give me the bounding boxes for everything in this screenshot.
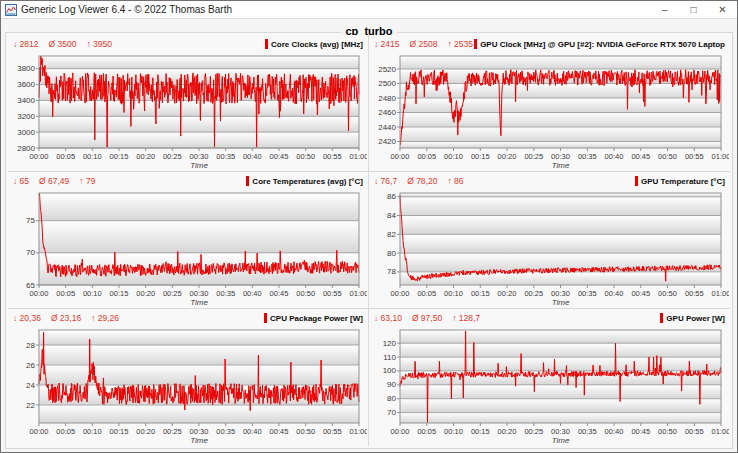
svg-text:00:05: 00:05 — [56, 152, 75, 161]
maximize-button[interactable]: □ — [679, 1, 708, 18]
log-groupbox: cp_turbo ↓ 2812 Ø 3500 ↑ 3950 Core Clock… — [5, 32, 733, 449]
svg-text:00:30: 00:30 — [190, 427, 209, 436]
chart-canvas: 24202440246024802500252000:0000:0500:100… — [370, 52, 729, 170]
stat-max: ↑ 29,26 — [91, 313, 119, 323]
svg-text:00:25: 00:25 — [524, 427, 543, 436]
stat-min: ↓ 20,36 — [13, 313, 41, 323]
stat-max: ↑ 2535 — [447, 39, 473, 49]
svg-text:00:25: 00:25 — [163, 289, 182, 298]
svg-text:3800: 3800 — [17, 64, 35, 73]
svg-text:00:20: 00:20 — [498, 427, 517, 436]
legend-color-marker — [265, 39, 268, 49]
chart-canvas: 28003000320034003600380000:0000:0500:100… — [9, 52, 367, 170]
svg-text:00:20: 00:20 — [136, 152, 155, 161]
svg-text:00:15: 00:15 — [471, 152, 490, 161]
chart-plot-area[interactable]: 788082848600:0000:0500:1000:1500:2000:25… — [370, 189, 729, 307]
svg-text:70: 70 — [26, 248, 35, 257]
svg-text:00:25: 00:25 — [163, 427, 182, 436]
legend-color-marker — [660, 313, 663, 323]
chart-panel-core-temperatures: ↓ 65 Ø 67,49 ↑ 79 Core Temperatures (avg… — [8, 172, 369, 309]
stat-max: ↑ 86 — [447, 176, 463, 186]
svg-text:00:40: 00:40 — [605, 427, 624, 436]
svg-text:00:00: 00:00 — [391, 152, 410, 161]
svg-text:01:00: 01:00 — [712, 152, 729, 161]
svg-text:00:50: 00:50 — [296, 289, 315, 298]
svg-text:00:55: 00:55 — [323, 289, 342, 298]
chart-title-text: GPU Clock [MHz] @ GPU [#2]: NVIDIA GeFor… — [480, 40, 725, 49]
svg-text:110: 110 — [383, 353, 396, 362]
svg-text:00:05: 00:05 — [56, 289, 75, 298]
chart-plot-area[interactable]: 70809010011012000:0000:0500:1000:1500:20… — [370, 326, 729, 445]
svg-text:00:45: 00:45 — [270, 289, 289, 298]
svg-text:90: 90 — [387, 380, 396, 389]
svg-text:01:00: 01:00 — [712, 289, 729, 298]
svg-text:00:50: 00:50 — [658, 427, 677, 436]
chart-plot-area[interactable]: 2224262800:0000:0500:1000:1500:2000:2500… — [9, 326, 367, 445]
svg-text:Time: Time — [190, 298, 208, 307]
stat-min: ↓ 76,7 — [374, 176, 397, 186]
stat-min: ↓ 65 — [13, 176, 29, 186]
close-button[interactable]: ✕ — [708, 1, 737, 18]
svg-text:00:15: 00:15 — [110, 427, 129, 436]
svg-text:Time: Time — [190, 436, 208, 445]
svg-text:28: 28 — [26, 341, 35, 350]
svg-text:26: 26 — [26, 361, 35, 370]
chart-stats: ↓ 2415 Ø 2508 ↑ 2535 — [374, 39, 473, 49]
svg-text:22: 22 — [26, 401, 35, 410]
svg-text:00:20: 00:20 — [136, 427, 155, 436]
chart-stats: ↓ 63,10 Ø 97,50 ↑ 128,7 — [374, 313, 480, 323]
svg-text:3200: 3200 — [17, 112, 35, 121]
svg-text:01:00: 01:00 — [350, 152, 367, 161]
chart-title: CPU Package Power [W] — [264, 313, 363, 323]
svg-text:00:50: 00:50 — [296, 152, 315, 161]
svg-text:70: 70 — [387, 408, 396, 417]
window-title: Generic Log Viewer 6.4 - © 2022 Thomas B… — [21, 4, 650, 15]
chart-title: GPU Temperature [°C] — [635, 176, 725, 186]
stat-avg: Ø 78,20 — [407, 176, 437, 186]
chart-title: GPU Power [W] — [660, 313, 725, 323]
stat-avg: Ø 97,50 — [412, 313, 442, 323]
chart-title-text: GPU Temperature [°C] — [641, 177, 725, 186]
svg-text:00:15: 00:15 — [471, 427, 490, 436]
stat-avg: Ø 67,49 — [39, 176, 69, 186]
chart-plot-area[interactable]: 28003000320034003600380000:0000:0500:100… — [9, 52, 367, 170]
svg-text:00:55: 00:55 — [323, 152, 342, 161]
svg-text:00:00: 00:00 — [30, 427, 49, 436]
chart-stats: ↓ 20,36 Ø 23,16 ↑ 29,26 — [13, 313, 119, 323]
svg-text:00:40: 00:40 — [605, 152, 624, 161]
chart-panel-gpu-temperature: ↓ 76,7 Ø 78,20 ↑ 86 GPU Temperature [°C]… — [369, 172, 730, 309]
svg-text:24: 24 — [26, 381, 35, 390]
chart-plot-area[interactable]: 24202440246024802500252000:0000:0500:100… — [370, 52, 729, 170]
chart-plot-area[interactable]: 65707500:0000:0500:1000:1500:2000:2500:3… — [9, 189, 367, 307]
svg-text:00:25: 00:25 — [524, 289, 543, 298]
svg-text:00:45: 00:45 — [631, 289, 650, 298]
svg-text:00:30: 00:30 — [551, 289, 570, 298]
main-content: cp_turbo ↓ 2812 Ø 3500 ↑ 3950 Core Clock… — [1, 20, 737, 452]
svg-text:2500: 2500 — [378, 79, 396, 88]
svg-text:00:30: 00:30 — [551, 427, 570, 436]
svg-text:00:20: 00:20 — [498, 152, 517, 161]
svg-text:00:45: 00:45 — [631, 427, 650, 436]
svg-text:2520: 2520 — [378, 65, 396, 74]
svg-text:Time: Time — [552, 436, 570, 445]
svg-text:00:40: 00:40 — [605, 289, 624, 298]
svg-text:00:40: 00:40 — [243, 427, 262, 436]
svg-text:00:15: 00:15 — [110, 152, 129, 161]
window-controls: – □ ✕ — [650, 1, 737, 18]
titlebar[interactable]: Generic Log Viewer 6.4 - © 2022 Thomas B… — [1, 1, 737, 19]
app-icon — [5, 4, 17, 16]
svg-text:00:55: 00:55 — [685, 152, 704, 161]
stat-min: ↓ 63,10 — [374, 313, 402, 323]
svg-text:00:30: 00:30 — [190, 152, 209, 161]
svg-text:00:00: 00:00 — [391, 427, 410, 436]
chart-canvas: 788082848600:0000:0500:1000:1500:2000:25… — [370, 189, 729, 307]
svg-text:75: 75 — [26, 216, 35, 225]
svg-text:00:35: 00:35 — [578, 427, 597, 436]
svg-text:00:00: 00:00 — [30, 152, 49, 161]
svg-text:00:05: 00:05 — [417, 289, 436, 298]
minimize-button[interactable]: – — [650, 1, 679, 18]
chart-stats: ↓ 65 Ø 67,49 ↑ 79 — [13, 176, 95, 186]
svg-text:2440: 2440 — [378, 123, 396, 132]
chart-title-text: GPU Power [W] — [666, 314, 725, 323]
chart-panel-cpu-package-power: ↓ 20,36 Ø 23,16 ↑ 29,26 CPU Package Powe… — [8, 309, 369, 446]
